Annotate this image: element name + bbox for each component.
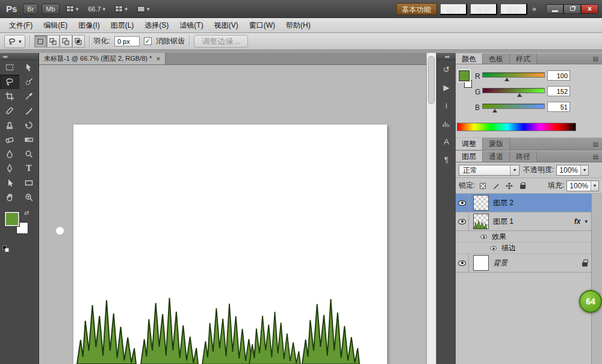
quick-selection-tool[interactable] [19,75,39,89]
tab-color[interactable]: 颜色 [456,54,483,64]
fx-badge[interactable]: fx [574,217,581,226]
effects-row[interactable]: 效果 [456,231,591,242]
antialias-checkbox[interactable]: ✓ [144,37,152,45]
menu-view[interactable]: 视图(V) [209,18,244,33]
menu-window[interactable]: 窗口(W) [244,18,281,33]
refine-edge-button[interactable]: 调整边缘... [194,35,248,48]
menu-layer[interactable]: 图层(L) [105,18,140,33]
menu-image[interactable]: 图像(I) [73,18,105,33]
lock-all-button[interactable] [517,181,528,191]
swap-colors-icon[interactable]: ⇄ [24,209,29,216]
eraser-tool[interactable] [0,132,19,147]
menu-edit[interactable]: 编辑(E) [38,18,73,33]
red-value-input[interactable] [547,70,570,81]
lock-transparency-button[interactable] [477,181,488,191]
visibility-toggle[interactable] [456,212,469,230]
fill-combo[interactable]: 100% ▾ [566,180,599,191]
blue-slider[interactable] [482,103,545,109]
zoom-tool[interactable] [19,190,39,205]
stroke-effect-row[interactable]: 描边 [456,242,591,254]
eye-icon[interactable] [490,245,496,250]
mini-bridge-button[interactable]: Mb [42,4,59,14]
character-panel-button[interactable]: A [437,132,456,150]
document-canvas[interactable] [73,125,387,364]
red-slider[interactable] [482,72,545,78]
subtract-from-selection-button[interactable] [60,35,72,48]
view-extras-button[interactable]: ▾ [112,3,131,15]
minimize-button[interactable] [546,4,563,14]
menu-help[interactable]: 帮助(H) [281,18,316,33]
history-panel-button[interactable]: ↺ [437,60,456,78]
green-slider[interactable] [482,88,545,93]
info-panel-button[interactable]: i [437,96,456,114]
canvas-vertical-scrollbar[interactable] [426,53,436,364]
tab-styles[interactable]: 样式 [510,54,537,64]
path-selection-tool[interactable] [0,176,19,190]
shape-tool[interactable] [19,176,39,190]
visibility-toggle[interactable] [456,194,469,212]
paragraph-panel-button[interactable]: ¶ [437,150,456,168]
intersect-selection-button[interactable] [72,35,85,48]
tab-paths[interactable]: 路径 [510,151,537,162]
panel-menu-icon[interactable]: ▤ [589,54,602,64]
blur-tool[interactable] [0,147,19,161]
add-to-selection-button[interactable] [47,35,60,48]
workspace-overflow-button[interactable]: » [530,4,539,13]
new-selection-button[interactable] [34,35,47,48]
layer-row-layer1[interactable]: 图层 1 fx ▾ [456,212,591,231]
tab-adjustments[interactable]: 调整 [456,138,483,150]
canvas-area[interactable] [39,65,426,364]
eye-icon[interactable] [480,234,486,238]
zoom-level-button[interactable]: 66.7 ▾ [85,3,108,15]
green-slider-thumb[interactable] [517,93,522,97]
history-brush-tool[interactable] [19,118,39,132]
tab-swatches[interactable]: 色板 [483,54,510,64]
histogram-panel-button[interactable] [437,114,456,132]
notification-badge[interactable]: 64 [579,290,602,313]
foreground-color-swatch[interactable] [5,212,19,226]
layer1-thumbnail[interactable] [473,214,489,229]
clone-stamp-tool[interactable] [0,118,19,132]
workspace-painting-button[interactable]: 绘画 [470,3,497,15]
visibility-toggle[interactable] [456,254,469,272]
bridge-button[interactable]: Br [23,4,38,14]
panel-menu-icon[interactable]: ▤ [589,151,602,162]
tool-preset-picker[interactable]: ▾ [4,35,25,48]
color-spectrum-ramp[interactable] [457,123,576,131]
scrollbar-thumb[interactable] [428,56,435,104]
menu-file[interactable]: 文件(F) [4,18,38,33]
layer-row-layer2[interactable]: 图层 2 [456,194,591,212]
workspace-essentials-button[interactable]: 基本功能 [396,3,437,15]
brush-tool[interactable] [19,103,39,118]
type-tool[interactable]: T [19,161,39,176]
tab-layers[interactable]: 图层 [456,151,483,162]
menu-filter[interactable]: 滤镜(T) [174,18,208,33]
spot-healing-brush-tool[interactable] [0,103,19,118]
arrange-documents-button[interactable]: ▾ [63,3,82,15]
crop-tool[interactable] [0,89,19,103]
expand-panels-button[interactable]: ◀◀ [437,53,456,60]
lasso-tool[interactable] [0,75,19,89]
layer2-thumbnail[interactable] [473,195,489,211]
lock-position-button[interactable] [504,181,515,191]
workspace-design-button[interactable]: 设计 [439,3,467,15]
move-tool[interactable] [19,60,39,75]
tab-channels[interactable]: 通道 [483,151,510,162]
blue-value-input[interactable] [547,102,570,112]
background-thumbnail[interactable] [473,255,489,271]
rectangular-marquee-tool[interactable] [0,60,19,75]
document-close-icon[interactable]: × [156,56,160,62]
workspace-photography-button[interactable]: 摄影 [500,3,527,15]
gradient-tool[interactable] [19,132,39,147]
panel-menu-icon[interactable]: ▤ [589,138,602,150]
red-slider-thumb[interactable] [504,78,509,81]
document-tab[interactable]: 未标题-1 @ 66.7% (图层 2, RGB/8) * × [39,53,166,64]
eyedropper-tool[interactable] [19,89,39,103]
layers-scrollbar-gutter[interactable] [591,194,602,364]
screen-mode-button[interactable]: ▾ [134,3,153,15]
layer-row-background[interactable]: 背景 [456,254,591,273]
blue-slider-thumb[interactable] [492,109,497,113]
tools-panel-header[interactable]: ◀◀ [0,53,39,60]
tab-masks[interactable]: 蒙版 [483,138,510,150]
close-button[interactable]: × [581,4,598,14]
